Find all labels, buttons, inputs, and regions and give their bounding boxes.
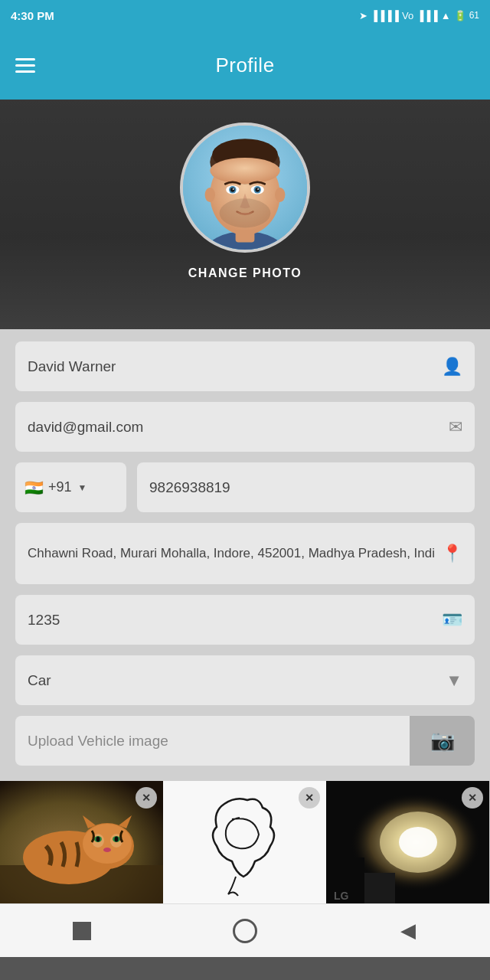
stop-icon xyxy=(73,922,91,940)
email-input[interactable] xyxy=(28,419,441,436)
thumbnail-tiger: ✕ xyxy=(0,781,163,903)
phone-input-wrap xyxy=(137,462,475,512)
avatar[interactable] xyxy=(180,122,310,253)
thumbnail-sketch-close[interactable]: ✕ xyxy=(299,787,320,808)
camera-icon: 📷 xyxy=(430,729,455,753)
svg-point-13 xyxy=(255,188,260,192)
country-code-label: +91 xyxy=(48,479,72,495)
location-icon: ➤ xyxy=(359,10,368,21)
nav-home-button[interactable] xyxy=(226,912,264,950)
svg-point-14 xyxy=(233,188,234,190)
email-icon: ✉ xyxy=(449,417,462,437)
location-pin-icon: 📍 xyxy=(442,544,462,564)
person-icon: 👤 xyxy=(442,357,462,377)
address-input[interactable] xyxy=(28,546,434,561)
back-icon: ◀ xyxy=(400,919,416,942)
svg-point-29 xyxy=(96,837,100,842)
svg-point-18 xyxy=(275,188,285,202)
phone-input[interactable] xyxy=(149,479,462,496)
thumbnail-tiger-close[interactable]: ✕ xyxy=(136,787,157,808)
page-title: Profile xyxy=(215,54,274,77)
id-input[interactable] xyxy=(28,612,434,629)
svg-point-30 xyxy=(115,837,119,842)
nav-stop-button[interactable] xyxy=(63,912,101,950)
status-bar: 4:30 PM ➤ ▐▐▐▐ Vo ▐▐▐ ▲ 🔋 61 xyxy=(0,0,490,31)
thumbnail-dark-close[interactable]: ✕ xyxy=(462,787,483,808)
svg-point-15 xyxy=(257,188,259,190)
battery-icon: 🔋 xyxy=(454,10,466,21)
country-code-selector[interactable]: 🇮🇳 +91 ▼ xyxy=(15,462,126,512)
status-icons: ➤ ▐▐▐▐ Vo ▐▐▐ ▲ 🔋 61 xyxy=(359,10,479,21)
menu-button[interactable] xyxy=(15,58,35,73)
svg-text:LG: LG xyxy=(334,890,349,902)
svg-point-12 xyxy=(230,188,235,192)
nav-back-button[interactable]: ◀ xyxy=(389,912,427,950)
svg-point-17 xyxy=(205,188,215,202)
vehicle-dropdown-icon: ▼ xyxy=(446,671,462,691)
svg-point-16 xyxy=(220,198,271,227)
svg-point-24 xyxy=(83,824,132,864)
upload-camera-button[interactable]: 📷 xyxy=(410,716,475,766)
address-field-row: 📍 xyxy=(15,523,475,584)
id-field-row: 🪪 xyxy=(15,595,475,645)
upload-label: Upload Vehicle image xyxy=(15,716,410,766)
status-time: 4:30 PM xyxy=(11,9,54,22)
phone-row: 🇮🇳 +91 ▼ xyxy=(15,462,475,512)
upload-vehicle-row: Upload Vehicle image 📷 xyxy=(15,716,475,766)
india-flag-icon: 🇮🇳 xyxy=(24,479,44,497)
name-field-row: 👤 xyxy=(15,341,475,391)
vehicle-type-row[interactable]: ▼ xyxy=(15,655,475,705)
id-card-icon: 🪪 xyxy=(442,610,462,630)
app-bar: Profile xyxy=(0,31,490,100)
thumbnail-sketch: ✕ xyxy=(163,781,326,903)
signal-icon: ▐▐▐▐ xyxy=(371,10,399,21)
wifi-icon: ▲ xyxy=(441,10,451,21)
thumbnails-section: ✕ ✕ xyxy=(0,781,490,903)
svg-point-38 xyxy=(399,827,437,858)
thumbnail-dark: LG ✕ xyxy=(326,781,489,903)
signal2-icon: ▐▐▐ xyxy=(416,10,438,21)
home-icon xyxy=(233,919,257,943)
name-input[interactable] xyxy=(28,358,434,375)
bottom-nav: ◀ xyxy=(0,903,490,957)
battery-level: 61 xyxy=(469,10,479,21)
form-section: 👤 ✉ 🇮🇳 +91 ▼ 📍 🪪 ▼ Upload Vehicle image xyxy=(0,329,490,781)
profile-section: CHANGE PHOTO xyxy=(0,100,490,329)
lte-icon: Vo xyxy=(402,10,413,21)
svg-point-7 xyxy=(210,158,279,184)
change-photo-button[interactable]: CHANGE PHOTO xyxy=(188,266,302,280)
svg-point-31 xyxy=(103,848,111,852)
email-field-row: ✉ xyxy=(15,402,475,452)
dropdown-arrow-icon: ▼ xyxy=(78,482,87,493)
vehicle-type-input[interactable] xyxy=(28,672,438,689)
